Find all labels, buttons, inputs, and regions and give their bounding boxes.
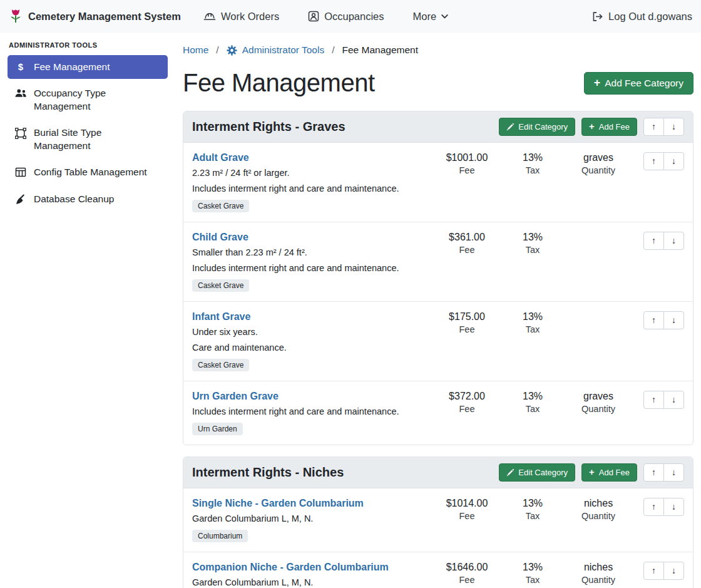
move-fee-down-button[interactable]: ↓ xyxy=(663,391,684,409)
fee-main: Companion Niche - Garden Columbarium Gar… xyxy=(192,562,429,588)
move-fee-down-button[interactable]: ↓ xyxy=(663,498,684,516)
fee-row: Companion Niche - Garden Columbarium Gar… xyxy=(183,552,693,588)
nav-links: Work Orders Occupancies More xyxy=(203,11,448,23)
pencil-icon xyxy=(506,469,514,477)
sidebar-item-occupancy-type-management[interactable]: Occupancy Type Management xyxy=(8,81,168,118)
breadcrumb-admin-tools-link[interactable]: Administrator Tools xyxy=(227,44,325,56)
fee-main: Infant Grave Under six years. Care and m… xyxy=(192,311,429,371)
fee-description-2: Includes interment right and care and ma… xyxy=(192,263,423,273)
fee-type-tag: Casket Grave xyxy=(192,279,249,292)
fee-tax-label: Tax xyxy=(504,575,561,585)
fee-row: Infant Grave Under six years. Care and m… xyxy=(183,302,693,381)
fee-quantity-unit: niches xyxy=(561,562,636,573)
move-fee-up-button[interactable]: ↑ xyxy=(643,391,664,409)
move-category-up-button[interactable]: ↑ xyxy=(643,118,664,136)
fee-description-2: Care and maintenance. xyxy=(192,343,423,353)
move-fee-down-button[interactable]: ↓ xyxy=(663,232,684,250)
fee-name-link[interactable]: Urn Garden Grave xyxy=(192,391,279,402)
add-fee-button[interactable]: + Add Fee xyxy=(581,118,637,136)
app-brand[interactable]: Cemetery Management System xyxy=(9,8,181,24)
fee-amount-label: Fee xyxy=(429,575,504,585)
tulip-logo-icon xyxy=(9,8,23,24)
move-fee-down-button[interactable]: ↓ xyxy=(663,311,684,329)
fee-row: Adult Grave 2.23 m² / 24 ft² or larger. … xyxy=(183,143,693,222)
fee-amount-label: Fee xyxy=(429,165,504,175)
fee-amount-col: $1001.00 Fee xyxy=(429,152,504,175)
move-fee-up-button[interactable]: ↑ xyxy=(643,311,664,329)
fee-row: Urn Garden Grave Includes interment righ… xyxy=(183,381,693,445)
fee-amount-label: Fee xyxy=(429,511,504,521)
fee-reorder-group: ↑ ↓ xyxy=(643,232,684,250)
sidebar-item-burial-site-type-management[interactable]: Burial Site Type Management xyxy=(8,121,168,158)
move-category-up-button[interactable]: ↑ xyxy=(643,463,664,482)
sidebar-item-database-cleanup[interactable]: Database Cleanup xyxy=(8,187,168,211)
fee-quantity-label: Quantity xyxy=(561,404,636,414)
breadcrumb-separator: / xyxy=(332,44,334,56)
add-fee-category-button[interactable]: + Add Fee Category xyxy=(584,72,693,95)
fee-category-card: Interment Rights - Graves Edit Category … xyxy=(183,111,693,445)
fee-tax-col: 13% Tax xyxy=(504,152,561,175)
nav-work-orders-label: Work Orders xyxy=(221,11,279,23)
breadcrumb-home-link[interactable]: Home xyxy=(183,44,208,56)
sidebar-item-fee-management[interactable]: $ Fee Management xyxy=(8,55,168,79)
move-fee-down-button[interactable]: ↓ xyxy=(663,152,684,170)
fee-name-link[interactable]: Child Grave xyxy=(192,232,248,243)
fee-name-link[interactable]: Infant Grave xyxy=(192,311,250,322)
breadcrumb-admin-tools-label: Administrator Tools xyxy=(242,44,325,56)
vector-square-icon xyxy=(14,128,27,139)
move-fee-up-button[interactable]: ↑ xyxy=(643,562,664,580)
add-fee-button[interactable]: + Add Fee xyxy=(581,463,637,482)
fee-tax: 13% xyxy=(504,311,561,322)
fee-tax: 13% xyxy=(504,232,561,243)
fee-main: Single Niche - Garden Columbarium Garden… xyxy=(192,498,429,542)
fee-tax-label: Tax xyxy=(504,245,561,255)
fee-amount: $372.00 xyxy=(429,391,504,402)
edit-category-button[interactable]: Edit Category xyxy=(499,463,575,482)
fee-description-1: Under six years. xyxy=(192,327,423,337)
nav-occupancies[interactable]: Occupancies xyxy=(308,11,384,23)
sidebar-item-label: Config Table Management xyxy=(34,166,147,178)
move-fee-up-button[interactable]: ↑ xyxy=(643,232,664,250)
category-reorder-group: ↑ ↓ xyxy=(643,463,684,482)
move-fee-up-button[interactable]: ↑ xyxy=(643,152,664,170)
move-category-down-button[interactable]: ↓ xyxy=(663,118,684,136)
logout-link[interactable]: Log Out d.gowans xyxy=(591,11,692,23)
hard-hat-icon xyxy=(203,11,216,22)
sidebar-item-label: Occupancy Type Management xyxy=(34,87,161,113)
fee-tax: 13% xyxy=(504,562,561,573)
fee-amount: $1014.00 xyxy=(429,498,504,509)
fee-reorder-group: ↑ ↓ xyxy=(643,311,684,329)
logout-icon xyxy=(591,11,603,22)
fee-type-tag: Casket Grave xyxy=(192,200,249,212)
category-title: Interment Rights - Niches xyxy=(192,465,344,480)
fee-amount-label: Fee xyxy=(429,404,504,414)
fee-tax-label: Tax xyxy=(504,324,561,334)
category-header: Interment Rights - Graves Edit Category … xyxy=(183,111,693,143)
edit-category-label: Edit Category xyxy=(518,122,568,132)
fee-category-card: Interment Rights - Niches Edit Category … xyxy=(183,456,693,588)
fee-reorder-group: ↑ ↓ xyxy=(643,562,684,580)
fee-name-link[interactable]: Adult Grave xyxy=(192,152,249,163)
fee-description-1: Smaller than 2.23 m² / 24 ft². xyxy=(192,247,423,257)
fee-type-tag: Urn Garden xyxy=(192,423,243,435)
fee-name-link[interactable]: Companion Niche - Garden Columbarium xyxy=(192,562,389,573)
fee-amount: $361.00 xyxy=(429,232,504,243)
fee-quantity-label: Quantity xyxy=(561,511,636,521)
fee-name-link[interactable]: Single Niche - Garden Columbarium xyxy=(192,498,364,509)
nav-work-orders[interactable]: Work Orders xyxy=(203,11,279,23)
move-fee-up-button[interactable]: ↑ xyxy=(643,498,664,516)
category-list: Interment Rights - Graves Edit Category … xyxy=(183,111,693,588)
sidebar-item-config-table-management[interactable]: Config Table Management xyxy=(8,160,168,184)
logout-label: Log Out d.gowans xyxy=(608,11,692,23)
fee-quantity-col: graves Quantity xyxy=(561,391,636,414)
fee-quantity-unit: graves xyxy=(561,391,636,402)
move-category-down-button[interactable]: ↓ xyxy=(663,463,684,482)
move-fee-down-button[interactable]: ↓ xyxy=(663,562,684,580)
fee-type-tag: Casket Grave xyxy=(192,359,249,371)
category-title: Interment Rights - Graves xyxy=(192,120,345,134)
fee-quantity-col: niches Quantity xyxy=(561,562,636,585)
breadcrumb: Home / Administrator Tool xyxy=(183,39,693,61)
edit-category-button[interactable]: Edit Category xyxy=(499,118,575,136)
nav-more[interactable]: More xyxy=(413,11,449,23)
fee-quantity-unit: graves xyxy=(561,152,636,163)
